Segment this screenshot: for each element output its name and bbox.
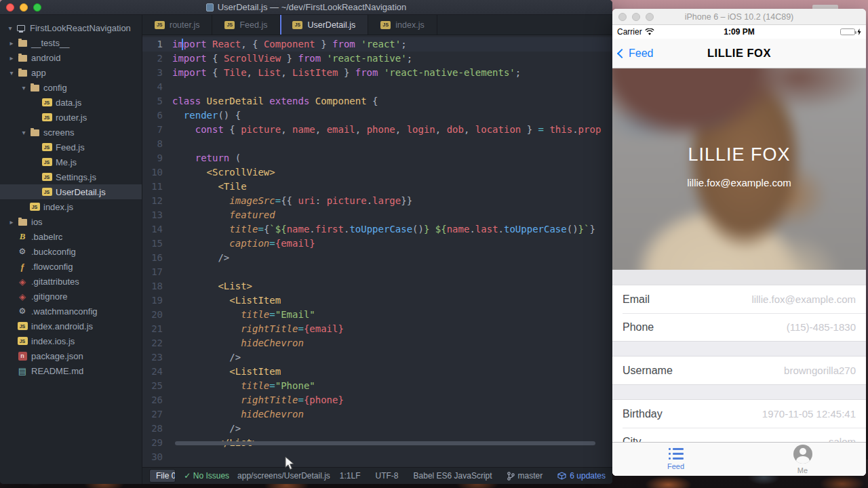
tree-item-index-js[interactable]: JSindex.js: [0, 199, 142, 214]
ide-window: UserDetail.js — ~/dev/FirstLookReactNavi…: [0, 0, 612, 484]
row-label: Phone: [623, 321, 654, 333]
code-line-6: 6 render() {: [142, 108, 612, 123]
ios-tab-label: Me: [797, 466, 808, 474]
tree-item--flowconfig[interactable]: ƒ.flowconfig: [0, 259, 142, 274]
code-line-26: 26 rightTitle={phone}: [142, 393, 612, 407]
tab-feed-js[interactable]: JSFeed.js: [212, 15, 280, 35]
code-text: [172, 80, 612, 94]
line-number: 13: [142, 208, 172, 222]
tree-item-me-js[interactable]: JSMe.js: [0, 155, 142, 169]
tree-item-app[interactable]: ▾app: [0, 65, 142, 80]
tree-item-feed-js[interactable]: JSFeed.js: [0, 140, 142, 155]
chevron-right-icon[interactable]: ▸: [7, 218, 16, 226]
tree-item-readme-md[interactable]: ▤README.md: [0, 363, 142, 378]
js-file-icon: JS: [16, 337, 28, 345]
folder-icon: [28, 83, 41, 92]
code-text: return (: [172, 151, 612, 165]
line-number: 26: [142, 393, 172, 407]
tree-item-settings-js[interactable]: JSSettings.js: [0, 169, 142, 184]
tree-item-data-js[interactable]: JSdata.js: [0, 95, 142, 110]
ios-tab-me[interactable]: Me: [739, 443, 866, 476]
back-chevron-icon: [617, 49, 627, 58]
line-number: 21: [142, 322, 172, 336]
code-editor[interactable]: 1import React, { Component } from 'react…: [142, 35, 612, 467]
list-item-username[interactable]: Usernamebrowngorilla270: [612, 357, 866, 384]
code-text: hideChevron: [172, 407, 612, 422]
git-file-icon: ◈: [16, 277, 28, 287]
chevron-down-icon[interactable]: ▾: [19, 129, 28, 136]
back-button[interactable]: Feed: [618, 47, 653, 60]
tree-item-index-android-js[interactable]: JSindex.android.js: [0, 319, 142, 333]
chevron-right-icon[interactable]: ▸: [7, 54, 16, 62]
tree-item-userdetail-js[interactable]: JSUserDetail.js: [0, 184, 142, 199]
file-path[interactable]: app/screens/UserDetail.js: [237, 471, 330, 481]
code-line-21: 21 rightTitle={email}: [142, 322, 612, 336]
tree-item--tests-[interactable]: ▸__tests__: [0, 35, 142, 50]
file-tree[interactable]: ▾ FirstLookReactNavigation ▸__tests__▸an…: [0, 15, 142, 484]
horizontal-scrollbar[interactable]: [175, 441, 604, 445]
folder-icon: [16, 54, 28, 62]
js-file-icon: JS: [41, 113, 53, 121]
line-number: 3: [142, 66, 172, 80]
file-issues-button[interactable]: File 0: [150, 470, 176, 482]
chevron-right-icon[interactable]: ▸: [7, 39, 16, 47]
tree-item--gitignore[interactable]: ◈.gitignore: [0, 289, 142, 304]
code-text: import { Tile, List, ListItem } from 're…: [172, 66, 612, 80]
tree-item-label: index.js: [43, 202, 73, 212]
profile-photo: LILLIE FOX lillie.fox@example.com: [612, 68, 866, 270]
tree-root-project[interactable]: ▾ FirstLookReactNavigation: [0, 20, 142, 35]
tree-item-router-js[interactable]: JSrouter.js: [0, 110, 142, 125]
grammar-indicator[interactable]: Babel ES6 JavaScript: [414, 471, 492, 481]
code-line-19: 19 <ListItem: [142, 293, 612, 308]
tree-item-label: index.android.js: [31, 321, 93, 331]
code-line-5: 5class UserDetail extends Component {: [142, 94, 612, 108]
row-value: 1970-11-05 12:45:41: [762, 408, 856, 420]
chevron-down-icon[interactable]: ▾: [5, 24, 15, 32]
line-number: 2: [142, 52, 172, 66]
code-text: render() {: [172, 108, 612, 123]
tab-userdetail-js[interactable]: JSUserDetail.js: [280, 15, 368, 35]
line-number: 8: [142, 137, 172, 151]
ios-nav-bar: Feed LILLIE FOX: [612, 39, 866, 68]
git-branch-indicator[interactable]: master: [507, 471, 543, 481]
tab-label: router.js: [170, 20, 199, 30]
line-number: 7: [142, 123, 172, 137]
tree-item-label: .babelrc: [31, 232, 62, 242]
chevron-down-icon[interactable]: ▾: [19, 84, 28, 92]
tree-item-config[interactable]: ▾config: [0, 80, 142, 95]
line-number: 22: [142, 336, 172, 350]
list-item-phone[interactable]: Phone(115)-485-1830: [612, 313, 866, 341]
package-updates-button[interactable]: 6 updates: [557, 471, 606, 481]
tree-item-package-json[interactable]: npackage.json: [0, 348, 142, 363]
code-text: <ListItem: [172, 293, 612, 308]
chevron-down-icon[interactable]: ▾: [7, 69, 16, 77]
tree-item-label: Settings.js: [56, 172, 96, 182]
tree-item-index-ios-js[interactable]: JSindex.ios.js: [0, 333, 142, 348]
mouse-cursor: [285, 456, 294, 470]
tree-item-ios[interactable]: ▸ios: [0, 214, 142, 229]
tab-index-js[interactable]: JSindex.js: [368, 15, 437, 35]
tree-item-label: Me.js: [56, 157, 77, 167]
code-text: imageSrc={{ uri: picture.large}}: [172, 194, 612, 208]
code-line-20: 20 title="Email": [142, 308, 612, 322]
tree-item-screens[interactable]: ▾screens: [0, 125, 142, 140]
code-line-3: 3import { Tile, List, ListItem } from 'r…: [142, 66, 612, 80]
code-line-25: 25 title="Phone": [142, 379, 612, 393]
list-item-email[interactable]: Emaillillie.fox@example.com: [612, 285, 866, 313]
tree-item--buckconfig[interactable]: ⚙.buckconfig: [0, 244, 142, 259]
cursor-position[interactable]: 1:1: [340, 471, 351, 481]
code-text: rightTitle={email}: [172, 322, 612, 336]
line-number: 6: [142, 108, 172, 123]
line-ending-indicator[interactable]: LF: [351, 471, 361, 481]
tab-router-js[interactable]: JSrouter.js: [142, 15, 212, 35]
tree-item--watchmanconfig[interactable]: ⚙.watchmanconfig: [0, 304, 142, 319]
ios-tab-feed[interactable]: Feed: [612, 443, 739, 476]
no-issues-status[interactable]: ✓ No Issues: [184, 471, 229, 481]
tree-item-android[interactable]: ▸android: [0, 50, 142, 65]
list-item-birthday[interactable]: Birthday1970-11-05 12:45:41: [612, 400, 866, 428]
line-number: 15: [142, 237, 172, 251]
tree-item--babelrc[interactable]: B.babelrc: [0, 229, 142, 244]
tree-item--gitattributes[interactable]: ◈.gitattributes: [0, 274, 142, 289]
encoding-indicator[interactable]: UTF-8: [376, 471, 399, 481]
row-value: lillie.fox@example.com: [751, 293, 856, 305]
